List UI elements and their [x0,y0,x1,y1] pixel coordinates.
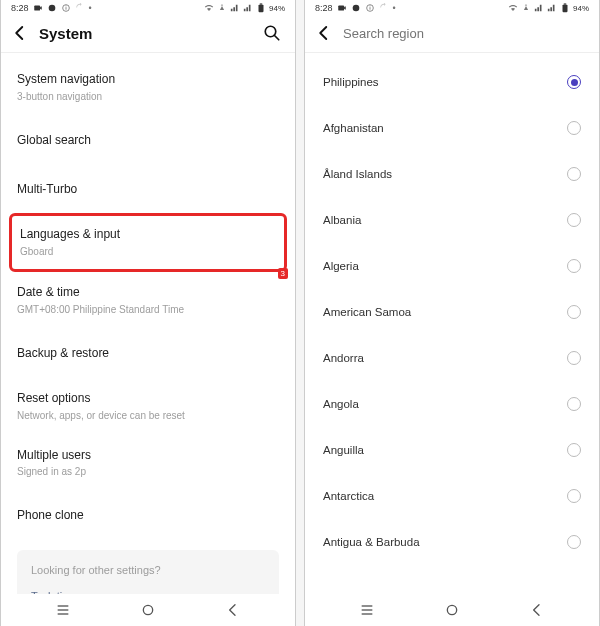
region-antarctica[interactable]: Antarctica [305,473,599,519]
system-settings-list: System navigation 3-button navigation Gl… [1,53,295,594]
phone-right: 8:28 • 94% Philippines Afghanistan [304,0,600,626]
region-label: Algeria [323,260,359,272]
status-time: 8:28 [315,3,333,13]
svg-line-8 [274,35,279,40]
row-global-search[interactable]: Global search [1,116,295,165]
svg-rect-6 [260,3,263,4]
region-antigua-barbuda[interactable]: Antigua & Barbuda [305,519,599,565]
row-label: Reset options [17,390,279,407]
row-backup-restore[interactable]: Backup & restore [1,329,295,378]
svg-rect-5 [258,5,263,13]
highlight-badge: 3 [278,268,288,279]
wifi-icon [508,3,518,13]
svg-rect-17 [369,6,370,7]
search-region-input[interactable] [343,26,585,41]
info-icon [61,3,71,13]
row-label: Languages & input [20,226,276,243]
row-label: Date & time [17,284,279,301]
signal2-icon [243,3,253,13]
row-reset-options[interactable]: Reset options Network, apps, or device c… [1,378,295,435]
recents-icon[interactable] [359,602,375,618]
radio-icon [567,259,581,273]
svg-rect-13 [338,6,344,11]
row-system-navigation[interactable]: System navigation 3-button navigation [1,59,295,116]
region-list: Philippines Afghanistan Åland Islands Al… [305,53,599,594]
home-icon[interactable] [444,602,460,618]
status-battery: 94% [573,4,589,13]
signal-icon [230,3,240,13]
suggestion-question: Looking for other settings? [31,564,265,576]
signal-icon [534,3,544,13]
row-sub: 3-button navigation [17,90,279,104]
region-angola[interactable]: Angola [305,381,599,427]
row-languages-input[interactable]: Languages & input Gboard 3 [9,213,287,272]
home-icon[interactable] [140,602,156,618]
recents-icon[interactable] [55,602,71,618]
phone-left: 8:28 • 94% System System navigation 3-bu… [0,0,296,626]
row-sub: Signed in as 2p [17,465,279,479]
region-algeria[interactable]: Algeria [305,243,599,289]
radio-icon [567,213,581,227]
page-title: System [39,25,253,42]
row-sub: GMT+08:00 Philippine Standard Time [17,303,279,317]
status-more-icon: • [89,3,92,13]
row-phone-clone[interactable]: Phone clone [1,491,295,540]
region-aland-islands[interactable]: Åland Islands [305,151,599,197]
back-icon[interactable] [11,24,29,42]
svg-rect-0 [34,6,40,11]
suggestion-card: Looking for other settings? Task timer [17,550,279,594]
svg-point-1 [48,5,55,12]
region-label: Andorra [323,352,364,364]
region-philippines[interactable]: Philippines [305,59,599,105]
region-anguilla[interactable]: Anguilla [305,427,599,473]
svg-rect-3 [65,7,66,9]
wifi-icon [204,3,214,13]
svg-point-23 [447,605,456,614]
radio-icon [567,489,581,503]
topbar-system: System [1,18,295,52]
battery-icon [256,3,266,13]
region-american-samoa[interactable]: American Samoa [305,289,599,335]
radio-icon [567,75,581,89]
region-label: Afghanistan [323,122,384,134]
status-time: 8:28 [11,3,29,13]
sync-icon [75,3,85,13]
data-icon [217,3,227,13]
signal2-icon [547,3,557,13]
region-label: American Samoa [323,306,411,318]
back-icon[interactable] [315,24,333,42]
back-nav-icon[interactable] [529,602,545,618]
row-date-time[interactable]: Date & time GMT+08:00 Philippine Standar… [1,272,295,329]
region-albania[interactable]: Albania [305,197,599,243]
region-label: Philippines [323,76,379,88]
row-multiple-users[interactable]: Multiple users Signed in as 2p [1,435,295,492]
row-multi-turbo[interactable]: Multi-Turbo [1,165,295,214]
radio-icon [567,121,581,135]
status-bar: 8:28 • 94% [305,0,599,18]
search-icon[interactable] [263,24,281,42]
radio-icon [567,305,581,319]
nav-bar [305,594,599,626]
status-more-icon: • [393,3,396,13]
battery-icon [560,3,570,13]
region-label: Angola [323,398,359,410]
back-nav-icon[interactable] [225,602,241,618]
radio-icon [567,351,581,365]
row-label: System navigation [17,71,279,88]
data-icon [521,3,531,13]
row-label: Multi-Turbo [17,181,279,198]
region-andorra[interactable]: Andorra [305,335,599,381]
status-battery: 94% [269,4,285,13]
svg-rect-18 [562,5,567,13]
status-bar: 8:28 • 94% [1,0,295,18]
topbar-region [305,18,599,52]
nav-bar [1,594,295,626]
region-label: Åland Islands [323,168,392,180]
region-label: Anguilla [323,444,364,456]
messenger-icon [351,3,361,13]
region-label: Albania [323,214,361,226]
region-label: Antarctica [323,490,374,502]
video-icon [33,3,43,13]
row-sub: Gboard [20,245,276,259]
region-afghanistan[interactable]: Afghanistan [305,105,599,151]
